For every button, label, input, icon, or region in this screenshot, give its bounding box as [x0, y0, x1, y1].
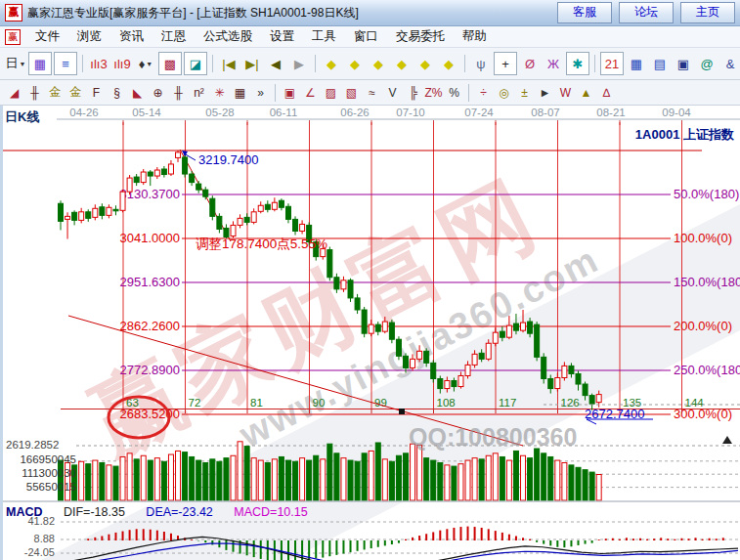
- candle: [93, 208, 98, 217]
- diamond-left-icon[interactable]: ◆: [321, 53, 342, 74]
- candle: [465, 365, 470, 375]
- gold-grid-2-icon[interactable]: 金: [66, 83, 85, 102]
- gold-circle-icon[interactable]: ◎: [495, 83, 513, 102]
- remote-pc-icon[interactable]: &: [719, 53, 740, 74]
- kline-chart-canvas[interactable]: 04-2605-1405-2806-1106-2607-1007-2408-07…: [0, 106, 740, 560]
- chart-area[interactable]: 赢家财富网 www.yingjia360.com 04-2605-1405-28…: [0, 106, 740, 560]
- diamond-down-icon[interactable]: ◆: [391, 53, 413, 74]
- volume-bar: [589, 472, 594, 500]
- candle: [244, 217, 249, 222]
- gann-wizard-icon[interactable]: Ж: [543, 53, 564, 74]
- fan-lines-icon[interactable]: ∠: [301, 83, 320, 102]
- fibonacci-f-icon[interactable]: F: [87, 83, 106, 102]
- web-link-icon[interactable]: @: [696, 53, 718, 74]
- save-icon[interactable]: ▣: [673, 53, 694, 74]
- circle-grid-icon[interactable]: ⊕: [149, 83, 167, 102]
- star-target-icon[interactable]: ✳: [210, 83, 229, 102]
- line-grid-icon[interactable]: ╫: [169, 83, 188, 102]
- notebook-icon[interactable]: ▤: [649, 53, 671, 74]
- crosshair-icon[interactable]: +: [494, 52, 517, 75]
- volume-bar: [375, 443, 380, 500]
- volume-bar: [369, 451, 373, 500]
- volume-bar: [79, 461, 84, 500]
- candle: [127, 178, 132, 192]
- gold-arrow-icon[interactable]: ▲: [577, 83, 595, 102]
- menu-item-9[interactable]: 交易委托: [387, 26, 454, 47]
- spiral-icon[interactable]: §: [108, 83, 126, 102]
- menu-item-3[interactable]: 资讯: [110, 26, 152, 47]
- menu-item-2[interactable]: 浏览: [68, 26, 110, 47]
- menu-item-5[interactable]: 公式选股: [195, 26, 261, 47]
- date-tick-label: 05-28: [205, 107, 234, 118]
- last-page-icon[interactable]: ▶|: [241, 53, 263, 74]
- kline-period-icon[interactable]: 日▼: [5, 53, 26, 74]
- diamond-right-icon[interactable]: ◆: [344, 53, 366, 74]
- menu-item-7[interactable]: 工具: [303, 26, 345, 47]
- check-wave-icon[interactable]: V: [383, 83, 402, 102]
- home-button[interactable]: 主页: [680, 2, 735, 23]
- volume-bar: [107, 465, 111, 500]
- more-tools-chevron-icon[interactable]: »: [251, 83, 270, 102]
- percent-icon[interactable]: %: [445, 83, 463, 102]
- menu-item-1[interactable]: 文件: [26, 26, 68, 47]
- menu-item-6[interactable]: 设置: [261, 26, 303, 47]
- brush-icon[interactable]: ◢: [5, 83, 23, 102]
- multi-window-icon[interactable]: ▦: [28, 52, 52, 75]
- wave-av-icon[interactable]: W: [556, 83, 575, 102]
- prev-icon[interactable]: ◀: [265, 53, 286, 74]
- candle: [154, 170, 159, 176]
- candle: [382, 322, 387, 331]
- pct-line-icon[interactable]: ÷: [474, 83, 493, 102]
- hand-drag-icon[interactable]: ψ: [470, 53, 492, 74]
- volume-bar: [113, 466, 118, 500]
- candle: [210, 198, 215, 216]
- diamond-up-icon[interactable]: ◆: [368, 53, 389, 74]
- price-grid-icon[interactable]: ╠: [404, 83, 422, 102]
- j-angle-icon[interactable]: ∆: [597, 83, 616, 102]
- menu-item-8[interactable]: 窗口: [345, 26, 387, 47]
- next-icon[interactable]: ▶: [288, 53, 310, 74]
- gold-grid-1-icon[interactable]: 金: [46, 83, 65, 102]
- candle-tool-icon[interactable]: ♦▼: [135, 53, 156, 74]
- candle: [217, 216, 222, 229]
- menu-item-10[interactable]: 帮助: [454, 26, 496, 47]
- menu-bar: 赢 文件浏览资讯江恩公式选股设置工具窗口交易委托帮助: [0, 26, 740, 48]
- box-range-icon[interactable]: ▣: [281, 83, 299, 102]
- diamond-h-icon[interactable]: ◆: [414, 53, 436, 74]
- volume-bar: [217, 461, 222, 500]
- calendar-icon[interactable]: 21: [600, 52, 624, 75]
- gann-grid-icon[interactable]: ╫: [25, 83, 44, 102]
- ruler-grid-icon[interactable]: ▦: [231, 83, 249, 102]
- diamond-v-icon[interactable]: ◆: [438, 53, 459, 74]
- stock-filter-icon[interactable]: ▩: [158, 52, 182, 75]
- menu-item-4[interactable]: 江恩: [152, 26, 195, 47]
- indicator-9-icon[interactable]: ılı9: [111, 53, 133, 74]
- date-tick-label: 08-07: [531, 107, 559, 118]
- calculator-icon[interactable]: ▦: [626, 53, 647, 74]
- first-page-icon[interactable]: |◀: [218, 53, 239, 74]
- candle: [424, 351, 429, 363]
- customer-service-button[interactable]: 客服: [557, 2, 612, 23]
- gold-line-icon[interactable]: ±: [515, 83, 534, 102]
- gann-percent-label: 100.0%(0): [674, 231, 732, 245]
- bar-number-label: 99: [374, 397, 387, 409]
- pct-wave-icon[interactable]: Z%: [424, 83, 443, 102]
- smart-analysis-icon[interactable]: ✱: [566, 52, 589, 75]
- shaded-box-icon[interactable]: ▨: [322, 83, 340, 102]
- volume-bar: [134, 459, 139, 500]
- volume-bar: [500, 456, 504, 500]
- price-flag-icon[interactable]: ►: [536, 83, 554, 102]
- erase-mark-icon[interactable]: Ø: [519, 53, 541, 74]
- timeshare-icon[interactable]: ◪: [184, 52, 207, 75]
- volume-bar: [272, 459, 277, 500]
- price-level-label: 2862.2600: [120, 319, 180, 333]
- volume-bar: [431, 460, 436, 500]
- brush2-icon[interactable]: ◣: [128, 83, 147, 102]
- forum-button[interactable]: 论坛: [619, 2, 674, 23]
- report-list-icon[interactable]: ≡: [54, 52, 77, 75]
- angle-set-icon[interactable]: ≈: [363, 83, 381, 102]
- indicator-3-icon[interactable]: ılı3: [88, 53, 109, 74]
- hatch-box-icon[interactable]: ▧: [342, 83, 361, 102]
- n-square-icon[interactable]: n²: [190, 83, 208, 102]
- bar-number-label: 126: [561, 397, 580, 409]
